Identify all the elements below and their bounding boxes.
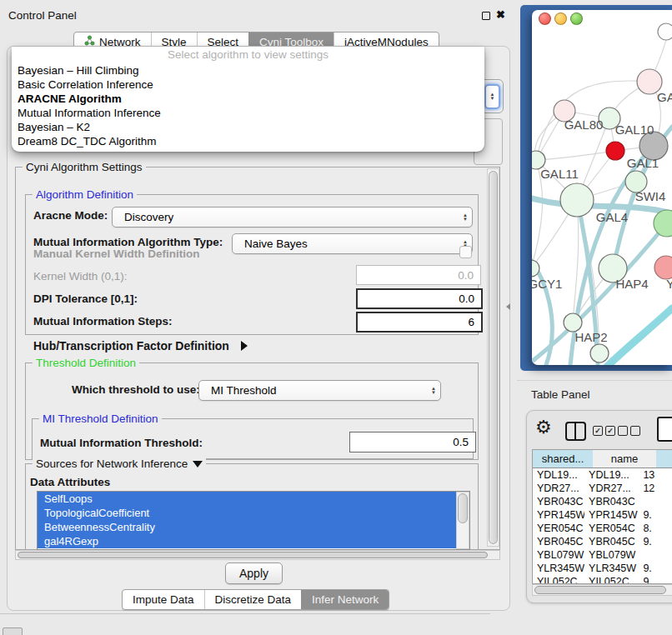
- tab-discretize-data[interactable]: Discretize Data: [204, 590, 302, 609]
- attributes-scrollbar-thumb[interactable]: [458, 493, 468, 523]
- expanded-arrow-icon[interactable]: [193, 461, 203, 468]
- network-node[interactable]: [654, 210, 672, 237]
- mi-steps-field[interactable]: 6: [356, 312, 483, 332]
- hub-definition-label: Hub/Transcription Factor Definition: [33, 339, 229, 352]
- table-hscrollbar-thumb[interactable]: [534, 586, 666, 594]
- data-attributes-label: Data Attributes: [30, 476, 110, 488]
- settings-scrollbar-thumb[interactable]: [489, 171, 498, 544]
- node-label: GAL11: [540, 167, 579, 181]
- network-node[interactable]: [606, 142, 624, 160]
- minimized-panel-chip[interactable]: [3, 628, 23, 635]
- column-header[interactable]: [656, 450, 672, 468]
- select-all-checkboxes-icon[interactable]: ✓✓: [593, 426, 618, 441]
- table-cell: YLR345W: [533, 562, 584, 575]
- mi-steps-label: Mutual Information Steps:: [33, 315, 173, 328]
- clear-checkboxes-icon[interactable]: [618, 426, 643, 441]
- table-cell: 13: [639, 468, 672, 482]
- algorithm-definition-title: Algorithm Definition: [33, 188, 137, 201]
- collapsed-arrow-icon[interactable]: [241, 341, 248, 351]
- network-edge[interactable]: [607, 308, 672, 365]
- network-node[interactable]: [560, 183, 594, 217]
- splitter-handle-icon[interactable]: [506, 303, 510, 310]
- mi-threshold-field[interactable]: 0.5: [349, 432, 476, 452]
- table-row[interactable]: YBR043CYBR043C: [533, 495, 672, 508]
- gear-icon[interactable]: ⚙: [535, 418, 552, 438]
- algorithm-option[interactable]: Mutual Information Inference: [12, 106, 484, 120]
- tab-impute-data[interactable]: Impute Data: [123, 590, 204, 609]
- network-node[interactable]: [654, 256, 672, 279]
- table-cell: YBR043C: [533, 495, 584, 508]
- algorithm-option[interactable]: Basic Correlation Inference: [12, 78, 484, 92]
- table-cell: 12: [639, 482, 672, 495]
- which-threshold-select[interactable]: MI Threshold ▲▼: [198, 380, 441, 401]
- table-row[interactable]: YPR145WYPR145W9.: [533, 508, 672, 522]
- network-node[interactable]: [658, 23, 672, 40]
- table-row[interactable]: YDR27...YDR27...12: [533, 482, 672, 495]
- table-cell: YDR27...: [533, 482, 584, 495]
- data-attribute-item[interactable]: TopologicalCoefficient: [38, 506, 469, 520]
- data-attribute-item[interactable]: gal4RGexp: [38, 534, 469, 548]
- table-row[interactable]: YER054CYER054C8.: [533, 522, 672, 535]
- data-attribute-item[interactable]: SelfLoops: [38, 492, 469, 506]
- algorithm-dropdown-popup: Select algorithm to view settings Bayesi…: [12, 47, 484, 152]
- new-table-icon[interactable]: [657, 417, 672, 442]
- node-label: HAP2: [574, 330, 607, 344]
- which-threshold-value: MI Threshold: [199, 384, 427, 397]
- table-cell: 9.: [639, 562, 672, 575]
- cyni-algorithm-settings-title: Cyni Algorithm Settings: [23, 161, 146, 173]
- float-window-icon[interactable]: [482, 12, 490, 20]
- settings-hscrollbar-track[interactable]: [15, 550, 500, 560]
- column-header[interactable]: name: [593, 450, 657, 468]
- focused-spinner-fragment[interactable]: ▲▼: [484, 84, 500, 109]
- sources-title[interactable]: Sources for Network Inference: [33, 458, 206, 470]
- table-cell: 9.: [639, 575, 672, 584]
- tab-infer-network[interactable]: Infer Network: [301, 590, 389, 609]
- tab-label: Infer Network: [312, 590, 379, 609]
- spinner-arrows-icon: ▲▼: [459, 213, 472, 222]
- table-cell: YPR145W: [584, 508, 639, 522]
- table-hscrollbar-track[interactable]: [532, 584, 672, 596]
- close-icon[interactable]: ✖: [496, 8, 505, 21]
- sources-title-text: Sources for Network Inference: [36, 458, 188, 470]
- network-window[interactable]: GALGAL80GAL10GAL11GAL1SWI4GAL4GCY1HAP4YH…: [532, 10, 672, 365]
- table-cell: 8.: [639, 522, 672, 535]
- apply-button[interactable]: Apply: [225, 562, 283, 584]
- algorithm-option[interactable]: Bayesian – K2: [12, 120, 484, 134]
- mi-type-select[interactable]: Naive Bayes ▲▼: [232, 233, 473, 254]
- table-row[interactable]: YDL19...YDL19...13: [533, 468, 672, 482]
- data-attribute-item[interactable]: BetweennessCentrality: [38, 520, 469, 534]
- algorithm-option[interactable]: Bayesian – Hill Climbing: [12, 63, 484, 78]
- split-columns-icon[interactable]: [565, 422, 586, 441]
- aracne-mode-label: Aracne Mode:: [33, 209, 108, 222]
- aracne-mode-select[interactable]: Discovery ▲▼: [112, 207, 473, 228]
- table-row[interactable]: YBR045CYBR045C9.: [533, 535, 672, 548]
- manual-kernel-checkbox[interactable]: [459, 246, 472, 258]
- table-cell: YBR045C: [584, 535, 639, 548]
- manual-kernel-label: Manual Kernel Width Definition: [33, 248, 199, 260]
- table-cell: YBL079W: [533, 548, 584, 562]
- algorithm-option[interactable]: ARACNE Algorithm: [12, 92, 484, 106]
- dpi-tolerance-field[interactable]: 0.0: [356, 288, 483, 309]
- attributes-scrollbar-track[interactable]: [456, 492, 469, 549]
- settings-scrollbar-track[interactable]: [487, 168, 499, 547]
- table-row[interactable]: YBL079WYBL079W: [533, 548, 672, 562]
- settings-hscrollbar-thumb[interactable]: [18, 552, 488, 558]
- column-header[interactable]: shared...: [533, 450, 594, 468]
- table-cell: 9.: [639, 535, 672, 548]
- node-table[interactable]: shared...nameYDL19...YDL19...13YDR27...Y…: [532, 449, 672, 584]
- network-canvas[interactable]: GALGAL80GAL10GAL11GAL1SWI4GAL4GCY1HAP4YH…: [532, 10, 672, 365]
- hub-definition-toggle[interactable]: Hub/Transcription Factor Definition: [33, 339, 248, 352]
- kernel-width-field[interactable]: 0.0: [356, 265, 481, 285]
- table-row[interactable]: YLR345WYLR345W9.: [533, 562, 672, 575]
- data-attributes-list[interactable]: SelfLoopsTopologicalCoefficientBetweenne…: [37, 491, 470, 550]
- network-node[interactable]: [564, 313, 582, 332]
- algorithm-popup-list: Bayesian – Hill ClimbingBasic Correlatio…: [12, 63, 484, 148]
- algorithm-option[interactable]: Dream8 DC_TDC Algorithm: [12, 134, 484, 148]
- table-cell: YBL079W: [584, 548, 639, 562]
- network-edge[interactable]: [536, 151, 615, 160]
- table-cell: YER054C: [533, 522, 584, 535]
- mi-type-label: Mutual Information Algorithm Type:: [33, 236, 223, 248]
- table-cell: YIL052C: [584, 575, 639, 584]
- network-node[interactable]: [590, 344, 609, 362]
- table-row[interactable]: YIL052CYIL052C9.: [533, 575, 672, 584]
